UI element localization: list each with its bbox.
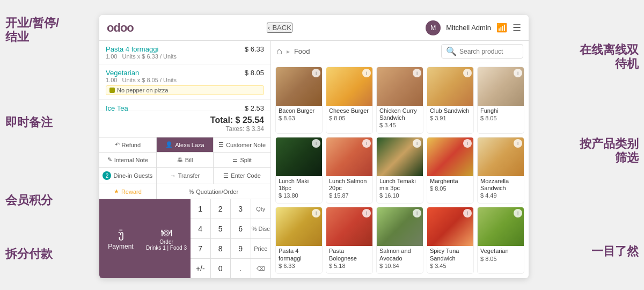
product-card[interactable]: iFunghi$ 8.05 — [477, 67, 524, 134]
enter-code-label: Enter Code — [231, 172, 261, 179]
bill-button[interactable]: 🖶 Bill — [157, 153, 214, 167]
product-name: Chicken Curry Sandwich — [377, 106, 423, 121]
product-price: $ 16.10 — [377, 192, 423, 201]
product-card[interactable]: iLunch Temaki mix 3pc$ 16.10 — [376, 137, 423, 204]
product-price: $ 4.49 — [478, 192, 524, 201]
order-info: 🍽 Order Drinks 1 | Food 3 — [142, 199, 191, 278]
product-image: i — [276, 207, 322, 246]
numpad-key-[interactable]: ⌫ — [251, 259, 271, 278]
product-price: $ 8.05 — [326, 114, 372, 124]
numpad-key-[interactable]: . — [231, 259, 251, 278]
annotation-left2: 即时备注 — [5, 115, 53, 129]
numpad-key-7[interactable]: 7 — [191, 239, 210, 258]
product-info-icon: i — [463, 209, 472, 218]
product-card[interactable]: iBacon Burger$ 8.63 — [275, 67, 323, 134]
product-name: Cheese Burger — [326, 106, 372, 114]
topbar-right: M Mitchell Admin 📶 ☰ — [426, 20, 521, 35]
split-button[interactable]: ⚌ Split — [214, 153, 270, 167]
numpad-key-[interactable]: +/- — [191, 259, 210, 278]
category-name: Food — [294, 47, 310, 55]
reward-button[interactable]: ★ Reward — [99, 184, 156, 199]
product-card[interactable]: iMargherita$ 8.05 — [427, 137, 474, 204]
numpad-key-Price[interactable]: Price — [251, 239, 271, 258]
product-card[interactable]: iClub Sandwich$ 3.91 — [427, 67, 474, 134]
product-price: $ 8.05 — [427, 185, 473, 194]
product-image: i — [478, 207, 524, 246]
annotation-left3: 会员积分 — [5, 193, 53, 207]
item-price: $ 8.05 — [245, 69, 264, 77]
numpad-key-8[interactable]: 8 — [211, 239, 231, 258]
product-card[interactable]: iPasta 4 formaggi$ 6.33 — [275, 207, 323, 274]
pos-window: odoo ‹ BACK M Mitchell Admin 📶 ☰ $ 6.33 … — [99, 15, 529, 278]
product-price: $ 5.18 — [326, 262, 372, 271]
internal-note-button[interactable]: ✎ Internal Note — [99, 153, 156, 167]
product-card[interactable]: iCheese Burger$ 8.05 — [326, 67, 373, 134]
numpad-key-6[interactable]: 6 — [231, 219, 251, 238]
product-info-icon: i — [413, 209, 421, 218]
numpad-key-Disc[interactable]: % Disc — [251, 219, 271, 238]
product-card[interactable]: iMozzarella Sandwich$ 4.49 — [477, 137, 524, 204]
product-price: $ 3.45 — [427, 262, 473, 271]
note-dot — [109, 88, 115, 93]
numpad-key-3[interactable]: 3 — [231, 199, 251, 219]
product-card[interactable]: iSpicy Tuna Sandwich$ 3.45 — [427, 207, 474, 274]
numpad-key-0[interactable]: 0 — [211, 259, 231, 278]
refund-button[interactable]: ↶ Refund — [99, 137, 156, 152]
product-name: Pasta Bolognese — [326, 246, 372, 262]
item-price: $ 2.53 — [245, 104, 264, 111]
search-input[interactable] — [459, 48, 518, 55]
numpad-key-Qty[interactable]: Qty — [251, 199, 271, 219]
customer-label: Alexa Laza — [175, 142, 204, 148]
annotation-right1: 在线离线双 待机 — [580, 43, 639, 71]
customer-note-label: Customer Note — [226, 142, 266, 148]
product-info-icon: i — [413, 69, 421, 77]
product-name: Salmon and Avocado — [377, 246, 423, 262]
customer-icon: 👤 — [165, 141, 173, 148]
order-item[interactable]: $ 8.05 Vegetarian 1.00 Units x $ 8.05 / … — [99, 64, 270, 100]
product-card[interactable]: iVegetarian$ 8.05 — [477, 207, 524, 274]
numpad-key-4[interactable]: 4 — [191, 219, 210, 238]
product-name: Pasta 4 formaggi — [276, 246, 322, 262]
item-price: $ 6.33 — [245, 45, 264, 53]
dine-in-button[interactable]: 2 Dine-in Guests — [99, 168, 156, 184]
order-detail: Drinks 1 | Food 3 — [146, 245, 187, 251]
enter-code-icon: ☰ — [223, 172, 229, 179]
product-card[interactable]: iLunch Maki 18pc$ 13.80 — [275, 137, 323, 204]
payment-label: Payment — [108, 243, 133, 250]
payment-button[interactable]:  Payment — [99, 199, 142, 278]
numpad-key-9[interactable]: 9 — [231, 239, 251, 258]
back-button[interactable]: ‹ BACK — [267, 23, 292, 33]
product-image: i — [326, 207, 372, 246]
product-info-icon: i — [362, 139, 371, 148]
home-button[interactable]: ⌂ — [276, 46, 282, 57]
order-item[interactable]: $ 6.33 Pasta 4 formaggi 1.00 Units x $ 6… — [99, 41, 270, 64]
product-card[interactable]: iChicken Curry Sandwich$ 3.45 — [376, 67, 423, 134]
product-price: $ 15.87 — [326, 192, 372, 201]
product-info-icon: i — [312, 139, 320, 148]
numpad-key-2[interactable]: 2 — [211, 199, 231, 219]
product-info-icon: i — [514, 209, 522, 218]
product-name: Funghi — [478, 106, 524, 114]
menu-icon[interactable]: ☰ — [513, 22, 521, 34]
customer-note-button[interactable]: ☰ Customer Note — [214, 137, 270, 152]
quotation-button[interactable]: % Quotation/Order — [157, 184, 270, 199]
numpad-key-1[interactable]: 1 — [191, 199, 210, 219]
order-item[interactable]: $ 2.53 Ice Tea 1.00 Units x $ 2.53 / Uni… — [99, 100, 270, 111]
product-name: Lunch Maki 18pc — [276, 176, 322, 192]
enter-code-button[interactable]: ☰ Enter Code — [214, 168, 270, 184]
item-note: No pepper on pizza — [106, 85, 264, 95]
annotation-right2: 按产品类别 筛选 — [580, 137, 639, 165]
product-card[interactable]: iSalmon and Avocado$ 10.64 — [376, 207, 423, 274]
product-card[interactable]: iPasta Bolognese$ 5.18 — [326, 207, 373, 274]
note-icon: ☰ — [218, 141, 224, 148]
product-image: i — [478, 137, 524, 176]
item-name: Vegetarian — [106, 69, 264, 77]
customer-button[interactable]: 👤 Alexa Laza — [157, 137, 214, 152]
product-card[interactable]: iLunch Salmon 20pc$ 15.87 — [326, 137, 373, 204]
product-name: Mozzarella Sandwich — [478, 176, 524, 192]
product-image: i — [276, 67, 322, 106]
numpad-key-5[interactable]: 5 — [211, 219, 231, 238]
product-info-icon: i — [463, 69, 472, 77]
transfer-button[interactable]: → Transfer — [157, 168, 214, 184]
product-info-icon: i — [463, 139, 472, 148]
